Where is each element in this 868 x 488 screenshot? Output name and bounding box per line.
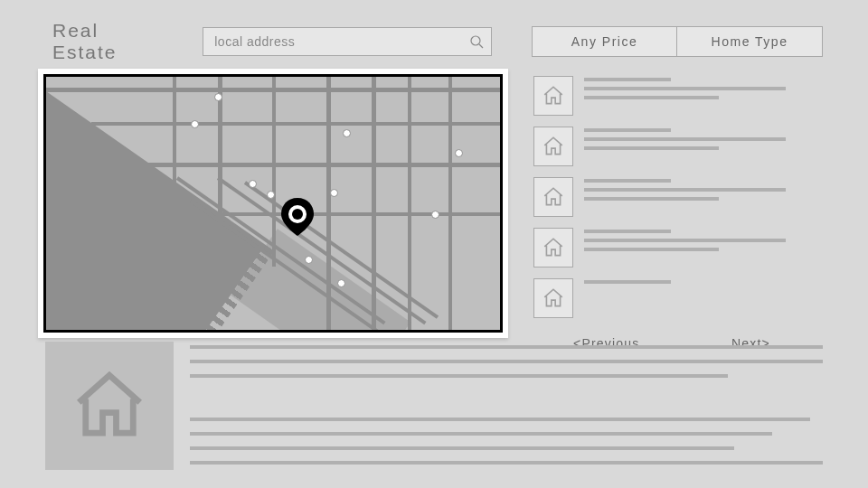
placeholder-line bbox=[584, 230, 671, 233]
placeholder-line bbox=[584, 179, 671, 183]
map-marker[interactable] bbox=[431, 211, 439, 219]
list-item[interactable] bbox=[533, 76, 825, 116]
placeholder-line bbox=[190, 461, 823, 465]
search-input[interactable] bbox=[214, 34, 469, 49]
placeholder-line bbox=[584, 96, 719, 99]
map-road bbox=[448, 77, 452, 333]
app-title: Real Estate bbox=[52, 20, 163, 63]
map-pin-selected[interactable] bbox=[276, 194, 319, 238]
detail-thumb bbox=[45, 342, 174, 470]
results-panel: <Previous Next> bbox=[533, 76, 825, 351]
map-marker[interactable] bbox=[191, 120, 199, 128]
placeholder-line bbox=[584, 248, 719, 251]
placeholder-line bbox=[584, 146, 719, 150]
map-road bbox=[408, 77, 411, 333]
placeholder-line bbox=[584, 280, 671, 284]
placeholder-line bbox=[190, 432, 772, 436]
svg-line-1 bbox=[479, 44, 483, 48]
map-marker[interactable] bbox=[305, 256, 313, 264]
map-marker[interactable] bbox=[330, 189, 338, 197]
map-marker[interactable] bbox=[214, 93, 222, 101]
placeholder-line bbox=[190, 374, 728, 378]
svg-point-0 bbox=[471, 36, 480, 45]
map-marker[interactable] bbox=[267, 191, 275, 199]
list-item[interactable] bbox=[533, 278, 825, 318]
listing-summary bbox=[584, 278, 825, 318]
price-filter-button[interactable]: Any Price bbox=[533, 27, 677, 56]
placeholder-line bbox=[584, 239, 786, 242]
list-item[interactable] bbox=[533, 228, 825, 267]
listing-thumb bbox=[533, 127, 573, 166]
list-item[interactable] bbox=[533, 177, 825, 217]
listing-thumb bbox=[533, 76, 573, 116]
placeholder-line bbox=[190, 446, 734, 450]
placeholder-line bbox=[584, 87, 786, 90]
placeholder-line bbox=[584, 128, 671, 132]
listing-summary bbox=[584, 76, 825, 116]
list-item[interactable] bbox=[533, 127, 825, 166]
svg-point-3 bbox=[292, 209, 303, 220]
listing-summary bbox=[584, 127, 825, 166]
map-marker[interactable] bbox=[249, 180, 257, 188]
map-marker[interactable] bbox=[343, 129, 351, 137]
placeholder-line bbox=[584, 197, 719, 201]
detail-description bbox=[190, 342, 823, 470]
detail-panel bbox=[45, 342, 823, 470]
map[interactable] bbox=[43, 74, 503, 333]
home-type-filter-button[interactable]: Home Type bbox=[677, 27, 822, 56]
map-road bbox=[173, 77, 176, 203]
map-road bbox=[91, 122, 503, 126]
placeholder-line bbox=[584, 188, 786, 192]
placeholder-line bbox=[190, 418, 810, 421]
map-marker[interactable] bbox=[455, 149, 463, 157]
listing-thumb bbox=[533, 228, 573, 267]
map-frame bbox=[38, 69, 508, 338]
placeholder-line bbox=[190, 345, 823, 349]
listing-summary bbox=[584, 228, 825, 267]
home-icon bbox=[542, 286, 565, 310]
placeholder-line bbox=[584, 78, 671, 81]
home-icon bbox=[542, 84, 565, 108]
listing-thumb bbox=[533, 278, 573, 318]
home-icon bbox=[69, 365, 150, 446]
map-marker[interactable] bbox=[337, 279, 345, 287]
home-icon bbox=[542, 135, 565, 158]
map-road bbox=[372, 77, 376, 333]
search-icon[interactable] bbox=[469, 34, 484, 49]
home-icon bbox=[542, 185, 565, 209]
listing-thumb bbox=[533, 177, 573, 217]
spacer bbox=[190, 389, 823, 407]
home-icon bbox=[542, 236, 565, 259]
placeholder-line bbox=[190, 360, 823, 363]
search-box[interactable] bbox=[203, 27, 492, 56]
placeholder-line bbox=[584, 137, 786, 141]
listing-summary bbox=[584, 177, 825, 217]
